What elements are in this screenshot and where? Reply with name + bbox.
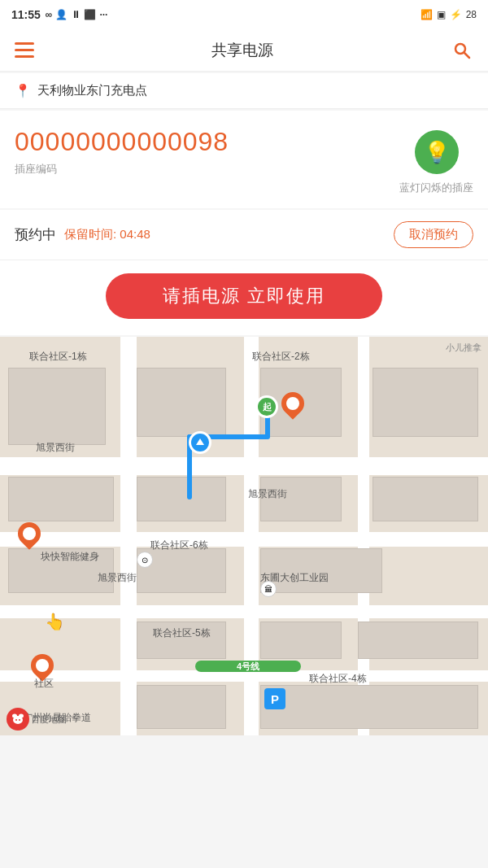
svg-point-5 <box>19 714 24 718</box>
map-label-1: 联合社区-1栋 <box>29 350 87 364</box>
status-bar: 11:55 ∞ 👤 ⏸ ⬛ ··· 📶 ▣ ⚡ 28 <box>0 0 488 29</box>
svg-point-4 <box>12 714 17 718</box>
map-label-9: 联合社区-5栋 <box>153 626 211 640</box>
map-label-5: 联合社区-6栋 <box>150 539 208 552</box>
plug-power-button[interactable]: 请插电源 立即使用 <box>106 273 382 319</box>
parking-sign: P <box>264 688 285 709</box>
location-bar: 📍 天利物业东门充电点 <box>0 73 488 109</box>
facility-icon-2: 🏛 <box>260 581 277 597</box>
action-section: 请插电源 立即使用 <box>0 260 488 335</box>
start-marker: 起 <box>255 395 278 418</box>
svg-point-7 <box>19 719 20 721</box>
map-container[interactable]: 起 联合社区-1栋 联合社区-2栋 旭景西街 旭景西街 联合社区-6栋 旭景西街 <box>0 337 488 735</box>
device-id-label: 插座编码 <box>15 162 399 177</box>
location-icon: 📍 <box>15 83 31 98</box>
svg-marker-2 <box>196 438 204 445</box>
building-2 <box>137 368 226 437</box>
road-v1 <box>120 337 137 735</box>
baidu-logo: 百度地图 <box>7 708 67 731</box>
bulb-label: 蓝灯闪烁的插座 <box>399 181 473 195</box>
baidu-text: 百度地图 <box>31 713 67 726</box>
reservation-status: 预约中 <box>15 225 56 244</box>
building-13 <box>260 622 342 659</box>
wifi-icon: ▣ <box>437 9 446 20</box>
building-14 <box>358 622 478 659</box>
map-label-10: 联合社区-4栋 <box>309 672 367 686</box>
bulb-indicator: 💡 <box>415 130 459 174</box>
pointer-icon: 👆 <box>45 612 65 631</box>
map-label-11: 社区 <box>34 677 54 691</box>
reservation-time: 保留时间: 04:48 <box>64 227 150 242</box>
battery-level: 28 <box>466 9 477 20</box>
cancel-reservation-button[interactable]: 取消预约 <box>394 221 473 248</box>
status-time: 11:55 ∞ 👤 ⏸ ⬛ ··· <box>11 8 107 21</box>
connectivity-icons: ∞ 👤 ⏸ ⬛ ··· <box>46 9 108 20</box>
user-dot <box>189 431 211 454</box>
building-16 <box>260 685 478 729</box>
device-id: 00000000000098 <box>15 127 399 157</box>
map-label-2: 联合社区-2栋 <box>252 350 310 364</box>
map-top-label: 小儿推拿 <box>446 342 481 354</box>
map-label-3: 旭景西街 <box>36 441 75 455</box>
status-right-icons: 📶 ▣ ⚡ 28 <box>420 9 477 20</box>
header: 共享电源 <box>0 29 488 72</box>
user-location-marker <box>189 431 211 454</box>
start-marker-circle: 起 <box>255 395 278 418</box>
menu-button[interactable] <box>15 42 34 58</box>
time-display: 11:55 <box>11 8 41 21</box>
building-8 <box>373 477 478 521</box>
map-label-6: 旭景西街 <box>98 571 137 585</box>
time-value: 04:48 <box>120 227 150 241</box>
search-button[interactable] <box>451 39 473 62</box>
orange-marker-1 <box>281 392 304 421</box>
orange-marker-2 <box>18 522 41 552</box>
reservation-bar: 预约中 保留时间: 04:48 取消预约 <box>0 210 488 260</box>
svg-line-1 <box>464 53 469 58</box>
time-label: 保留时间: <box>64 227 116 241</box>
metro-line-label: 4号线 <box>195 661 301 672</box>
location-text: 天利物业东门充电点 <box>37 83 147 98</box>
building-5 <box>8 477 114 521</box>
building-1 <box>8 368 106 445</box>
signal-icon: 📶 <box>420 9 433 20</box>
bulb-icon: 💡 <box>424 140 450 165</box>
device-info-card: 00000000000098 插座编码 💡 蓝灯闪烁的插座 <box>0 111 488 208</box>
svg-point-6 <box>15 719 17 721</box>
baidu-bear-icon <box>7 708 29 731</box>
page-title: 共享电源 <box>211 40 273 61</box>
facility-icon-1: ⊙ <box>137 552 153 568</box>
building-6 <box>137 477 226 521</box>
map-label-8: 块快智能健身 <box>41 550 99 564</box>
map-label-4: 旭景西街 <box>248 487 287 501</box>
battery-charging-icon: ⚡ <box>450 9 462 20</box>
building-15 <box>137 685 226 729</box>
building-4 <box>373 368 478 437</box>
